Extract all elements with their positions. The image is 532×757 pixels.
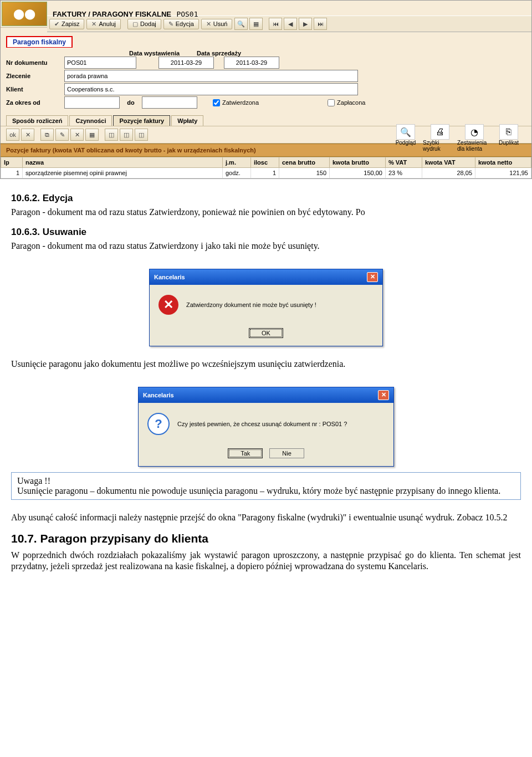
heading-1062: 10.6.2. Edycja (11, 192, 521, 204)
app-logo-icon: ⬤⬤ (2, 2, 47, 26)
klient-label: Klient (6, 86, 64, 93)
zaplacona-checkbox[interactable]: Zapłacona (325, 98, 365, 108)
para-after1: Usunięcie paragonu jako dokumentu jest m… (11, 359, 521, 370)
printer-icon: 🖨 (431, 124, 449, 140)
no-button[interactable]: Nie (269, 448, 304, 458)
subtab-pozycje-faktury[interactable]: Pozycje faktury (113, 115, 170, 126)
nrdok-input[interactable] (64, 57, 136, 69)
data-wystawienia-input[interactable] (158, 57, 214, 69)
close-icon[interactable]: ✕ (378, 390, 389, 400)
subtab-czynnosci[interactable]: Czynności (69, 115, 112, 126)
new-icon: ▢ (132, 21, 138, 28)
right-action-buttons: 🔍Podgląd 🖨Szybki wydruk ◔Zestawienia dla… (388, 124, 526, 152)
para-107: W poprzednich dwóch rozdziałach pokazali… (11, 550, 521, 573)
zlecenie-input[interactable] (64, 70, 358, 82)
sub-btn-a[interactable]: ◫ (105, 129, 118, 141)
nav-prev-button[interactable]: ◀ (284, 18, 297, 30)
error-icon: ✕ (158, 295, 178, 315)
sub-btn-c[interactable]: ◫ (135, 129, 148, 141)
sub-grid-button[interactable]: ▦ (85, 129, 99, 141)
document-body: 10.6.2. Edycja Paragon - dokument ma od … (0, 179, 532, 263)
nav-last-button[interactable]: ⏭ (314, 18, 327, 30)
sub-edit-button[interactable]: ✎ (55, 129, 69, 141)
error-dialog: Kancelaris ✕ ✕ Zatwierdzony dokument nie… (149, 269, 383, 346)
duplikat-button[interactable]: ⎘Duplikat (492, 124, 526, 152)
uwaga-note: Uwaga !! Usunięcie paragonu – dokumentu … (11, 472, 521, 500)
search-icon-button[interactable]: 🔍 (234, 18, 248, 30)
szybki-wydruk-button[interactable]: 🖨Szybki wydruk (423, 124, 457, 152)
duplicate-icon: ⎘ (499, 124, 518, 140)
dialog-titlebar: Kancelaris ✕ (150, 269, 382, 285)
subtab-wplaty[interactable]: Wpłaty (171, 115, 203, 126)
close-icon[interactable]: ✕ (367, 272, 378, 282)
window-posno: POS01 (173, 10, 198, 18)
preview-icon: 🔍 (396, 124, 415, 140)
nav-next-button[interactable]: ▶ (299, 18, 312, 30)
sub-del-button[interactable]: ✕ (70, 129, 84, 141)
sub-cancel-button[interactable]: ✕ (21, 129, 34, 141)
para-1062: Paragon - dokument ma od razu status Zat… (11, 207, 521, 218)
note-text: Usunięcie paragonu – dokumentu nie powod… (17, 486, 500, 495)
yes-button[interactable]: Tak (228, 448, 263, 458)
confirm-dialog: Kancelaris ✕ ? Czy jesteś pewnien, że ch… (138, 387, 394, 467)
data-sprzedazy-input[interactable] (224, 57, 279, 69)
klient-input[interactable] (64, 83, 358, 95)
zestawienia-button[interactable]: ◔Zestawienia dla klienta (457, 124, 492, 152)
document-form: Data wystawienia Data sprzedaży Nr dokum… (1, 48, 531, 112)
faktury-window: ⬤⬤ FAKTURY / PARAGONY FISKALNE POS01 ✔Za… (0, 0, 532, 179)
heading-1063: 10.6.3. Usuwanie (11, 226, 521, 238)
grid-icon-button[interactable]: ▦ (249, 18, 263, 30)
do-label: do (120, 99, 142, 106)
heading-107: 10.7. Paragon przypisany do klienta (11, 531, 521, 546)
dialog-message: Czy jesteś pewnien, że chcesz usunąć dok… (177, 421, 347, 427)
edit-icon: ✎ (168, 21, 173, 28)
dodaj-button[interactable]: ▢Dodaj (127, 19, 161, 29)
anuluj-button[interactable]: ✕Anuluj (86, 19, 121, 29)
okres-do-input[interactable] (142, 96, 197, 109)
zaokres-label: Za okres od (6, 99, 64, 106)
sub-copy-button[interactable]: ⧉ (40, 129, 54, 141)
zapisz-button[interactable]: ✔Zapisz (49, 19, 84, 29)
pozycje-table: lp nazwa j.m. ilosc cena brutto kwota br… (1, 157, 531, 178)
zlecenie-label: Zlecenie (6, 73, 64, 79)
dialog-titlebar: Kancelaris ✕ (139, 387, 393, 403)
nav-first-button[interactable]: ⏮ (269, 18, 282, 30)
dialog-title: Kancelaris (154, 274, 185, 280)
para-1063: Paragon - dokument ma od razu status Zat… (11, 241, 521, 252)
nrdok-label: Nr dokumentu (6, 59, 64, 66)
okres-od-input[interactable] (64, 96, 120, 109)
sub-ok-button[interactable]: ok (6, 129, 19, 141)
doc-type-tabstrip: Paragon fiskalny (6, 35, 531, 48)
document-body-2: Usunięcie paragonu jako dokumentu jest m… (0, 352, 532, 381)
table-header-row: lp nazwa j.m. ilosc cena brutto kwota br… (1, 157, 531, 168)
podglad-button[interactable]: 🔍Podgląd (388, 124, 423, 152)
zatwierdzona-checkbox[interactable]: Zatwierdzona (211, 98, 259, 108)
sub-btn-b[interactable]: ◫ (120, 129, 133, 141)
note-heading: Uwaga !! (17, 476, 50, 485)
dialog-message: Zatwierdzony dokument nie może być usuni… (186, 301, 316, 308)
edycja-button[interactable]: ✎Edycja (163, 19, 199, 29)
tab-paragon-fiskalny[interactable]: Paragon fiskalny (6, 36, 73, 48)
dialog-title: Kancelaris (143, 392, 174, 398)
ok-button[interactable]: OK (249, 328, 283, 338)
table-row[interactable]: 1 sporządzenie pisemnej opinii prawnej g… (1, 168, 531, 178)
window-title: FAKTURY / PARAGONY FISKALNE (48, 10, 171, 18)
x-icon: ✕ (91, 21, 96, 28)
question-icon: ? (147, 413, 170, 435)
subtab-sposob-rozliczen[interactable]: Sposób rozliczeń (6, 115, 68, 126)
delete-icon: ✕ (206, 21, 211, 28)
usun-button[interactable]: ✕Usuń (201, 19, 233, 29)
check-icon: ✔ (54, 21, 59, 28)
date-headers: Data wystawienia Data sprzedaży (129, 50, 526, 57)
document-body-3: Aby usunąć całość informacji należy nast… (0, 505, 532, 584)
chart-icon: ◔ (465, 124, 484, 140)
para-after2: Aby usunąć całość informacji należy nast… (11, 512, 521, 524)
main-toolbar: ✔Zapisz ✕Anuluj ▢Dodaj ✎Edycja ✕Usuń 🔍 ▦… (47, 16, 531, 32)
